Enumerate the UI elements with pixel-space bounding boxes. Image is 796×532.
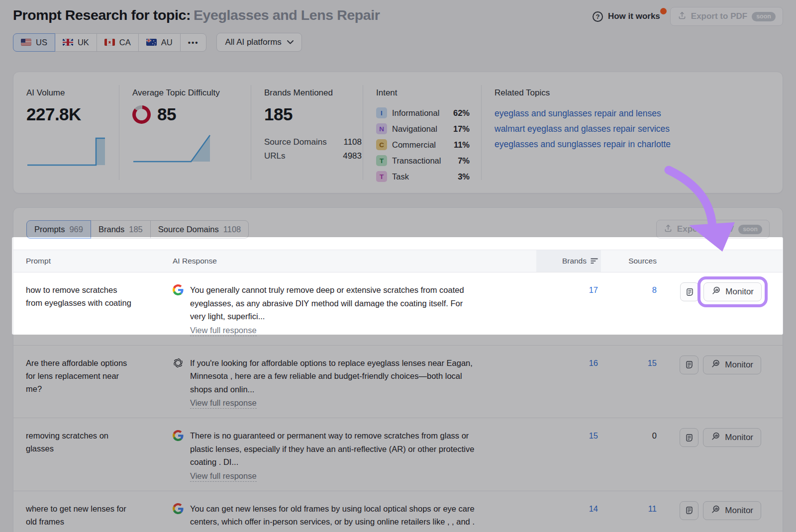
brands-count[interactable]: 16 bbox=[536, 356, 601, 409]
monitor-button-label: Monitor bbox=[725, 506, 753, 516]
list-tabs: Prompts969Brands185Source Domains1108 bbox=[26, 220, 249, 239]
tab-label: Brands bbox=[99, 225, 124, 234]
page-title-prefix: Prompt Research for topic: bbox=[13, 7, 191, 23]
view-full-response-link[interactable]: View full response bbox=[190, 471, 257, 482]
top-bar: Prompt Research for topic:Eyeglasses and… bbox=[13, 6, 783, 26]
prompt-cell: where to get new lenses for old frames bbox=[13, 502, 173, 532]
related-topics-label: Related Topics bbox=[495, 88, 783, 98]
view-full-response-link[interactable]: View full response bbox=[190, 326, 257, 336]
sources-count[interactable]: 11 bbox=[601, 502, 661, 532]
view-full-response-link[interactable]: View full response bbox=[190, 398, 257, 409]
tab-source-domains[interactable]: Source Domains1108 bbox=[150, 220, 249, 239]
tab-brands[interactable]: Brands185 bbox=[91, 220, 151, 239]
export-pdf-button[interactable]: Export to PDF soon bbox=[670, 7, 783, 26]
related-topic-link[interactable]: eyeglass and sunglasses repair and lense… bbox=[495, 106, 661, 121]
row-actions: Monitor bbox=[661, 282, 783, 336]
ai-response-cell: You can get new lenses for old frames by… bbox=[173, 502, 536, 532]
ai-response-text-wrap: You can get new lenses for old frames by… bbox=[190, 502, 475, 532]
topic-name: Eyeglasses and Lens Repair bbox=[194, 7, 380, 23]
intent-percent: 17% bbox=[453, 124, 470, 134]
sort-descending-icon bbox=[591, 258, 598, 264]
column-header-brands-label: Brands bbox=[562, 257, 587, 266]
column-header-sources: Sources bbox=[601, 257, 661, 266]
monitor-icon bbox=[711, 359, 720, 371]
intent-row: TTransactional7% bbox=[376, 153, 470, 169]
topic-stats-card: AI Volume 227.8K Average Topic Difficult… bbox=[13, 72, 783, 193]
stat-detail-value: 1108 bbox=[343, 137, 362, 147]
ai-response-text: If you're looking for affordable options… bbox=[190, 356, 473, 396]
soon-badge: soon bbox=[738, 225, 762, 234]
table-row: where to get new lenses for old framesYo… bbox=[13, 491, 783, 532]
monitor-button[interactable]: Monitor bbox=[703, 282, 762, 301]
how-it-works-label: How it works bbox=[608, 11, 660, 21]
tab-prompts[interactable]: Prompts969 bbox=[26, 220, 91, 239]
monitor-highlight-ring: Monitor bbox=[697, 276, 768, 307]
question-icon: ? bbox=[593, 11, 603, 22]
prompt-cell: removing scratches on glasses bbox=[13, 429, 173, 482]
ai-platform-filter[interactable]: All AI platforms bbox=[216, 33, 301, 52]
country-tab-au[interactable]: AU bbox=[138, 33, 181, 52]
intent-row: NNavigational17% bbox=[376, 121, 470, 137]
country-tab-uk[interactable]: UK bbox=[55, 33, 97, 52]
prompts-list-card: Prompts969Brands185Source Domains1108 Ex… bbox=[13, 207, 783, 532]
au-flag-icon bbox=[146, 39, 157, 46]
country-tab-label: CA bbox=[119, 38, 131, 47]
copy-response-button[interactable] bbox=[680, 282, 699, 301]
table-row: how to remove scratches from eyeglasses … bbox=[13, 272, 783, 346]
upload-icon bbox=[678, 11, 687, 22]
monitor-icon bbox=[711, 286, 721, 298]
intent-badge: N bbox=[376, 123, 387, 134]
sources-count[interactable]: 8 bbox=[601, 283, 661, 336]
stat-detail-row: Source Domains1108 bbox=[264, 137, 362, 147]
more-countries-button[interactable]: ••• bbox=[180, 33, 207, 52]
intent-label: Intent bbox=[376, 88, 481, 98]
intent-row: IInformational62% bbox=[376, 105, 470, 121]
ai-response-text-wrap: There is no guaranteed or permanent way … bbox=[190, 429, 474, 482]
export-csv-button[interactable]: Export to CSV soon bbox=[656, 220, 770, 239]
google-icon bbox=[173, 430, 184, 441]
related-topic-link[interactable]: walmart eyeglass and glasses repair serv… bbox=[495, 121, 670, 137]
country-tab-us[interactable]: US bbox=[13, 33, 55, 52]
how-it-works-link[interactable]: ? How it works bbox=[593, 11, 660, 22]
stat-detail-row: URLs4983 bbox=[264, 151, 362, 161]
intent-percent: 62% bbox=[453, 108, 470, 118]
intent-row: TTask3% bbox=[376, 169, 470, 184]
copy-response-button[interactable] bbox=[680, 428, 698, 447]
monitor-icon bbox=[711, 432, 720, 443]
intent-name: Navigational bbox=[392, 124, 437, 134]
intent-percent: 11% bbox=[454, 140, 470, 150]
ellipsis-icon: ••• bbox=[188, 38, 199, 47]
topic-difficulty-label: Average Topic Difficulty bbox=[132, 88, 251, 98]
difficulty-sparkline bbox=[132, 131, 212, 163]
intent-badge: T bbox=[376, 155, 387, 166]
country-tab-label: US bbox=[36, 38, 47, 47]
sources-count[interactable]: 15 bbox=[601, 356, 661, 409]
monitor-button-label: Monitor bbox=[725, 287, 754, 297]
chatgpt-icon bbox=[173, 357, 184, 368]
intent-percent: 7% bbox=[458, 156, 470, 166]
column-header-ai-response: AI Response bbox=[173, 257, 536, 266]
brands-count[interactable]: 17 bbox=[536, 283, 601, 336]
monitor-button-label: Monitor bbox=[725, 360, 753, 370]
monitor-button[interactable]: Monitor bbox=[703, 428, 761, 447]
monitor-button-label: Monitor bbox=[725, 433, 753, 443]
google-icon bbox=[173, 284, 184, 295]
copy-response-button[interactable] bbox=[680, 355, 698, 374]
related-topics-list: eyeglass and sunglasses repair and lense… bbox=[495, 106, 783, 152]
prompt-cell: Are there affordable options for lens re… bbox=[13, 356, 173, 409]
country-tab-label: AU bbox=[161, 38, 173, 47]
copy-response-button[interactable] bbox=[680, 501, 698, 520]
ai-response-cell: You generally cannot truly remove deep o… bbox=[173, 283, 536, 336]
monitor-button[interactable]: Monitor bbox=[703, 501, 761, 520]
brands-count[interactable]: 14 bbox=[536, 502, 601, 532]
chevron-down-icon bbox=[287, 40, 294, 44]
column-header-brands[interactable]: Brands bbox=[536, 250, 601, 272]
related-topic-link[interactable]: eyeglasses and sunglasses repair in char… bbox=[495, 137, 671, 152]
intent-name: Transactional bbox=[392, 156, 441, 166]
intent-badge: T bbox=[376, 171, 387, 182]
country-tab-ca[interactable]: CA bbox=[97, 33, 139, 52]
monitor-button[interactable]: Monitor bbox=[703, 355, 761, 374]
tab-label: Source Domains bbox=[158, 225, 219, 234]
intent-badge: I bbox=[376, 107, 387, 118]
brands-count[interactable]: 15 bbox=[536, 429, 601, 482]
